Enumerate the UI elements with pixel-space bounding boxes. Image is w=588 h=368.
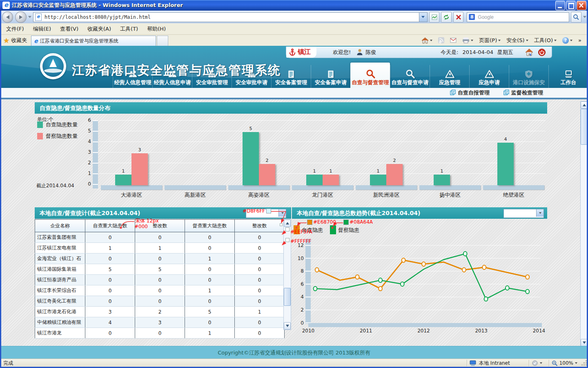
overflow-chevron[interactable]: » bbox=[576, 36, 584, 45]
menu-item-0[interactable]: 文件(F) bbox=[2, 24, 29, 34]
nav-item-label: 港口设施保安 bbox=[513, 79, 545, 86]
nav-item-6[interactable]: 安全备案申请 bbox=[311, 65, 350, 88]
value-cell: 0 bbox=[185, 264, 235, 275]
history-caret[interactable] bbox=[28, 16, 31, 18]
zoom-caret[interactable] bbox=[575, 362, 577, 364]
address-combo-button[interactable] bbox=[419, 12, 428, 22]
table-row[interactable]: 镇江恒泰沥青产品0000 bbox=[35, 275, 285, 285]
value-cell: 1 bbox=[85, 243, 135, 254]
nav-item-3[interactable]: 安全审批管理 bbox=[192, 65, 232, 88]
restore-button[interactable] bbox=[566, 1, 576, 10]
line-filter-dropdown[interactable] bbox=[503, 209, 544, 218]
nav-item-5[interactable]: 安全备案管理 bbox=[271, 65, 311, 88]
zoom-level[interactable]: 100% bbox=[559, 360, 573, 366]
svg-text:4: 4 bbox=[301, 294, 304, 300]
magnifier-icon bbox=[365, 67, 376, 79]
table-row[interactable]: 中储粮镇江粮油有限4300 bbox=[35, 317, 285, 328]
search-input[interactable] bbox=[477, 14, 560, 20]
menu-item-1[interactable]: 编辑(E) bbox=[29, 24, 56, 34]
menu-item-2[interactable]: 查看(V) bbox=[56, 24, 83, 34]
bar-pair: 1 bbox=[434, 175, 466, 185]
svg-text:2: 2 bbox=[301, 307, 304, 313]
table-scrollbar[interactable] bbox=[283, 219, 291, 330]
subnav-item-1[interactable]: 自查自报管理 bbox=[450, 89, 490, 96]
nav-item-10[interactable]: 应急申请 bbox=[469, 65, 509, 88]
nav-item-7[interactable]: 自查与督查管理 bbox=[350, 63, 390, 88]
close-button[interactable] bbox=[577, 1, 586, 10]
logout-power-icon[interactable] bbox=[538, 48, 546, 56]
value-cell: 0 bbox=[85, 275, 135, 285]
sub-nav: 自查自报管理监督检查管理 bbox=[0, 88, 588, 98]
compatibility-view-icon bbox=[431, 14, 438, 20]
subnav-item-2[interactable]: 监督检查管理 bbox=[503, 89, 543, 96]
refresh-button[interactable] bbox=[441, 12, 452, 22]
minimize-button[interactable] bbox=[555, 1, 565, 10]
new-tab-stub[interactable] bbox=[157, 36, 168, 46]
legend-swatch bbox=[37, 133, 43, 139]
nav-item-label: 安全备案管理 bbox=[275, 79, 307, 86]
home-shortcut-icon[interactable] bbox=[525, 48, 534, 56]
date-value: 2014-04-04 bbox=[462, 49, 493, 55]
x-axis-band bbox=[356, 185, 417, 190]
safety-menu-button[interactable]: 安全(S) bbox=[504, 36, 530, 45]
address-field[interactable] bbox=[33, 12, 419, 22]
address-input[interactable] bbox=[44, 14, 405, 20]
home-button[interactable] bbox=[419, 36, 435, 45]
scroll-up-button[interactable] bbox=[284, 220, 291, 227]
nav-item-4[interactable]: 安全审批申请 bbox=[232, 65, 271, 88]
scroll-thumb[interactable] bbox=[284, 288, 291, 306]
zone-caret[interactable] bbox=[540, 362, 542, 364]
user-icon bbox=[356, 49, 363, 56]
window-border bbox=[0, 11, 1, 367]
favorites-button[interactable]: 收藏夹 bbox=[11, 37, 27, 44]
table-row[interactable]: 镇江市港龙石化港3251 bbox=[35, 307, 285, 317]
nav-item-2[interactable]: 经营人信息申请 bbox=[152, 65, 192, 88]
chevron-down-icon[interactable] bbox=[278, 209, 286, 217]
page-tab[interactable]: e 江苏省港口安全监管与应急管理系统 bbox=[31, 36, 156, 46]
users-icon bbox=[167, 67, 178, 79]
table-row[interactable]: 镇江港国际集装箱5500 bbox=[35, 264, 285, 275]
bar-selfcheck: 1 bbox=[370, 175, 386, 185]
main-nav: 经营人信息管理经营人信息申请安全审批管理安全审批申请安全备案管理安全备案申请自查… bbox=[113, 64, 588, 88]
value-cell: 0 bbox=[235, 243, 285, 254]
table-filter-dropdown[interactable] bbox=[246, 209, 286, 218]
menu-item-5[interactable]: 帮助(H) bbox=[143, 24, 170, 34]
print-button[interactable] bbox=[460, 36, 476, 45]
nav-item-9[interactable]: 应急管理 bbox=[430, 65, 469, 88]
bar-selfcheck: 5 bbox=[243, 132, 259, 185]
nav-item-11[interactable]: 港口设施保安 bbox=[509, 65, 548, 88]
resize-grip[interactable] bbox=[581, 360, 587, 366]
search-box[interactable]: 8 bbox=[467, 12, 569, 22]
protected-mode-icon[interactable] bbox=[532, 360, 538, 366]
rss-icon bbox=[438, 37, 444, 43]
table-row[interactable]: 镇江李长荣综合石0010 bbox=[35, 285, 285, 296]
search-button[interactable] bbox=[571, 12, 581, 22]
compatibility-view-button[interactable] bbox=[429, 12, 440, 22]
forward-button[interactable] bbox=[15, 11, 26, 23]
chevron-down-icon[interactable] bbox=[536, 209, 543, 217]
scroll-down-button[interactable] bbox=[284, 322, 291, 330]
table-row[interactable]: 金海宏业（镇江）石0010 bbox=[35, 254, 285, 264]
stop-button[interactable] bbox=[453, 12, 464, 22]
favorites-star-icon[interactable]: ★ bbox=[3, 36, 9, 45]
x-axis-band bbox=[483, 185, 544, 190]
help-button[interactable]: ? bbox=[560, 36, 575, 45]
table-row[interactable]: 江苏镇江发电有限1100 bbox=[35, 243, 285, 254]
menu-item-3[interactable]: 收藏夹(A) bbox=[83, 24, 116, 34]
page-menu-button[interactable]: 页面(P) bbox=[477, 36, 503, 45]
read-mail-button[interactable] bbox=[448, 36, 459, 44]
search-options-caret[interactable] bbox=[583, 16, 586, 18]
nav-item-12[interactable]: 工作台 bbox=[548, 65, 588, 88]
table-row[interactable]: 镇江市港龙0010 bbox=[35, 328, 285, 339]
table-row[interactable]: 镇江奇美化工有限0000 bbox=[35, 296, 285, 307]
table-row[interactable]: 江苏索普集团有限0000 bbox=[35, 232, 285, 243]
line-chart-panel: 本地自查/督查隐患总数趋势(截止2014.04.04) 自查隐患督察隐患 024… bbox=[292, 207, 547, 334]
nav-item-8[interactable]: 自查与督查申请 bbox=[390, 65, 430, 88]
bar-supervise: 3 bbox=[131, 153, 148, 185]
nav-item-1[interactable]: 经营人信息管理 bbox=[113, 65, 152, 88]
menu-item-4[interactable]: 工具(T) bbox=[116, 24, 143, 34]
back-button[interactable] bbox=[2, 11, 13, 23]
tools-menu-button[interactable]: 工具(O) bbox=[532, 36, 559, 45]
rss-button[interactable] bbox=[436, 36, 447, 45]
legend-label: 自查隐患 bbox=[302, 227, 323, 234]
